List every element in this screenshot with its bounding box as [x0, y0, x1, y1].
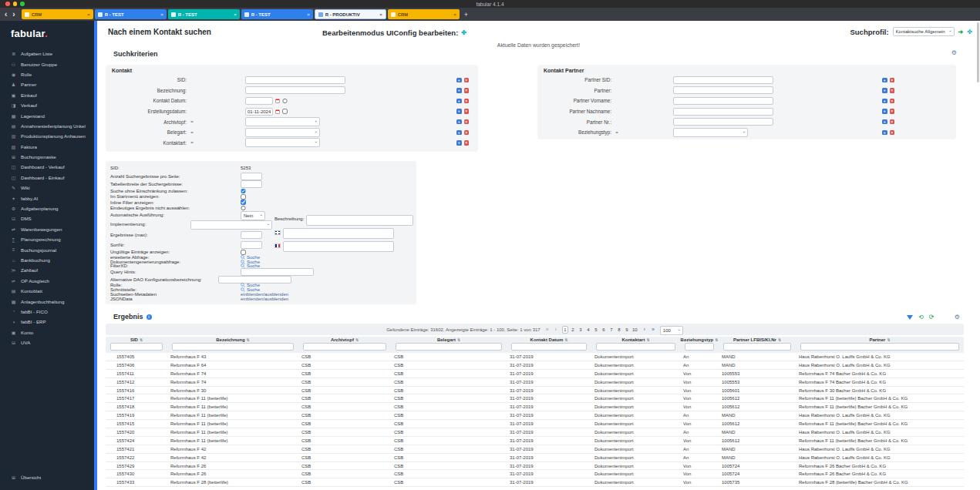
forward-icon[interactable]: › [12, 11, 15, 18]
sort-icon[interactable]: ⇅ [355, 337, 359, 342]
show-invalid-entries-checkbox[interactable] [241, 250, 246, 255]
browser-tab[interactable]: R - PRODUKTIV × [315, 9, 386, 19]
page-button[interactable]: 5 [593, 326, 599, 334]
new-tab-button[interactable]: + [464, 11, 468, 18]
table-row[interactable]: 1557419 Reformhaus F 11 (betterlife) CSB… [106, 411, 964, 420]
beschreibung-en-textarea[interactable] [283, 228, 394, 239]
column-label[interactable]: Kontakt Datum⇅ [530, 337, 568, 342]
sidebar-item[interactable]: ⊞ Buchungsmaske [0, 152, 94, 162]
copy-criterion-icon[interactable]: + [882, 119, 887, 125]
delete-criterion-icon[interactable]: × [464, 119, 470, 125]
last-page-icon[interactable]: » [651, 327, 655, 332]
run-search-profile-icon[interactable]: ➜ [958, 29, 964, 35]
copy-criterion-icon[interactable]: + [456, 109, 462, 114]
delete-criterion-icon[interactable]: × [890, 119, 895, 125]
table-row[interactable]: 1557406 Reformhaus F 64 CSB CSB 31-07-20… [106, 361, 964, 370]
sidebar-item[interactable]: ◫ Dashboard - Verkauf [0, 162, 94, 172]
column-label[interactable]: Kontaktart⇅ [621, 337, 649, 342]
copy-criterion-icon[interactable]: + [456, 88, 462, 93]
beziehungstyp-operator[interactable]: = [611, 130, 622, 135]
sidebar-item[interactable]: ▤ Annahmestellenplanung Unkel [0, 121, 94, 131]
table-row[interactable]: 1557430 Reformhaus F 26 CSB CSB 31-07-20… [106, 470, 964, 478]
sidebar-item[interactable]: ▣ Einkauf [0, 90, 94, 100]
sidebar-item[interactable]: ◑ fabBI - ERP [0, 317, 94, 327]
sidebar-item[interactable]: ⇄ Warenbewegungen [0, 224, 94, 234]
page-button[interactable]: 7 [608, 326, 615, 334]
delete-criterion-icon[interactable]: × [464, 99, 470, 104]
column-label[interactable]: Belegart⇅ [437, 337, 460, 342]
export-icon[interactable]: ⟳ [929, 314, 935, 321]
archivtopf-operator[interactable]: = [187, 119, 197, 124]
column-label[interactable]: Archivtopf⇅ [331, 337, 359, 342]
sidebar-item[interactable]: ✎ Wiki [0, 183, 94, 193]
sidebar-item[interactable]: ◔ fabBI - FICO [0, 307, 94, 317]
copy-criterion-icon[interactable]: + [882, 78, 887, 83]
inline-filter-checkbox[interactable] [241, 200, 246, 205]
table-row[interactable]: 1557405 Reformhaus F 43 CSB CSB 31-07-20… [106, 353, 964, 361]
sidebar-item[interactable]: ◨ Verkauf [0, 100, 94, 110]
beschreibung-textarea[interactable] [306, 215, 413, 226]
next-page-icon[interactable]: › [643, 327, 646, 332]
kontakt-datum-input[interactable] [245, 97, 273, 105]
sidebar-item[interactable]: ⊡ DMS [0, 213, 94, 223]
kontakt-sid-input[interactable] [245, 76, 345, 84]
table-row[interactable]: 1557412 Reformhaus F 74 CSB CSB 31-07-20… [106, 378, 964, 387]
table-row[interactable]: 1557433 Reformhaus F 28 (betterlife) CSB… [106, 478, 964, 487]
copy-criterion-icon[interactable]: + [456, 140, 462, 146]
sidebar-item[interactable]: ▦ Lagerstand [0, 110, 94, 120]
belegart-select[interactable] [245, 128, 320, 137]
delete-criterion-icon[interactable]: × [890, 109, 895, 114]
sort-icon[interactable]: ⇅ [778, 337, 781, 342]
unrestricted-search-checkbox[interactable] [241, 189, 246, 194]
sidebar-item[interactable]: ≣ Aufgaben Liste [0, 49, 94, 59]
sidebar-item[interactable]: ⌂ Bankbuchung [0, 255, 94, 265]
sidebar-item[interactable]: ⊟ UVA [0, 337, 94, 347]
page-button[interactable]: 2 [570, 326, 576, 334]
browser-tab[interactable]: R - TEST × [95, 9, 167, 19]
prev-page-icon[interactable]: ‹ [554, 327, 557, 332]
close-tab-icon[interactable]: × [307, 12, 310, 17]
sort-icon[interactable]: ⇅ [247, 337, 250, 342]
kontaktart-select[interactable] [245, 138, 320, 147]
beziehungstyp-select[interactable] [673, 128, 748, 137]
table-row[interactable]: 1557416 Reformhaus F 30 CSB CSB 31-07-20… [106, 387, 964, 395]
page-button[interactable]: 10 [631, 326, 638, 334]
delete-criterion-icon[interactable]: × [464, 140, 470, 146]
copy-criterion-icon[interactable]: + [456, 99, 462, 104]
page-button[interactable]: 1 [562, 326, 568, 334]
criteria-settings-gear-icon[interactable]: ⚙ [951, 49, 957, 56]
export-refresh-icon[interactable]: ⟲ [918, 314, 924, 321]
column-filter-input[interactable] [303, 343, 386, 351]
alt-dao-config-input[interactable] [218, 276, 291, 284]
jsondata-toggle-link[interactable]: einblenden/ausblenden [241, 297, 288, 301]
result-settings-gear-icon[interactable]: ⚙ [955, 314, 960, 321]
delete-criterion-icon[interactable]: × [890, 78, 895, 83]
close-tab-icon[interactable]: × [379, 12, 382, 17]
copy-criterion-icon[interactable]: + [882, 130, 887, 136]
page-size-select[interactable]: 100 [660, 326, 683, 335]
delete-criterion-icon[interactable]: × [464, 130, 470, 136]
table-row[interactable]: 1557421 Reformhaus F 42 CSB CSB 31-07-20… [106, 445, 964, 454]
partner-vorname-input[interactable] [673, 97, 773, 105]
implementierung-select[interactable] [190, 220, 272, 230]
auto-execution-select[interactable]: Nein [241, 211, 265, 220]
table-row[interactable]: 1557420 Reformhaus F 11 (betterlife) CSB… [106, 428, 964, 437]
unique-result-checkbox[interactable] [241, 206, 246, 211]
sidebar-item-uebersicht[interactable]: ⊞ Übersicht [0, 472, 94, 482]
scrollbar[interactable] [977, 22, 979, 82]
column-label[interactable]: Bezeichnung⇅ [216, 337, 250, 342]
delete-criterion-icon[interactable]: × [890, 99, 895, 104]
column-filter-input[interactable] [396, 343, 502, 351]
sidebar-item[interactable]: ✦ fabby.AI [0, 193, 94, 203]
archivtopf-select[interactable] [245, 117, 320, 126]
close-tab-icon[interactable]: × [234, 12, 237, 17]
show-in-startmenu-checkbox[interactable] [241, 194, 246, 200]
uiconfig-edit-icon[interactable]: ✤ [461, 29, 466, 36]
delete-criterion-icon[interactable]: × [890, 88, 895, 93]
first-page-icon[interactable]: « [545, 327, 550, 332]
table-width-input[interactable] [241, 180, 262, 188]
table-row[interactable]: 1557424 Reformhaus F 11 (betterlife) CSB… [106, 437, 964, 445]
column-filter-input[interactable] [596, 343, 675, 351]
browser-tab[interactable]: CRM × [22, 9, 93, 19]
column-filter-input[interactable] [511, 343, 587, 351]
